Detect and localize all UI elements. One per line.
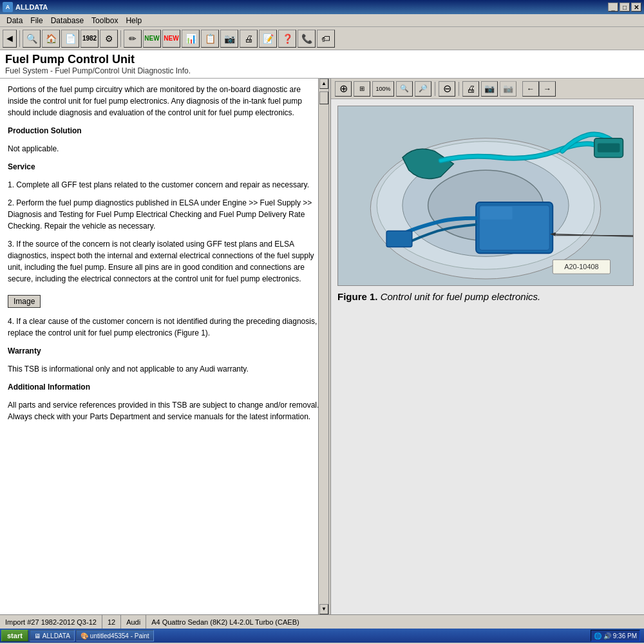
intro-text: Portions of the fuel pump circuitry whic… bbox=[8, 84, 321, 118]
taskbar-right: 🌐 🔊 9:36 PM bbox=[588, 630, 643, 641]
left-panel: Portions of the fuel pump circuitry whic… bbox=[0, 79, 328, 614]
taskbar-paint-label: untitled45354 - Paint bbox=[90, 632, 149, 639]
toolbar-btn-11[interactable]: 📷 bbox=[220, 30, 238, 48]
toolbar-btn-14[interactable]: ❓ bbox=[278, 30, 296, 48]
figure-caption-text: Control unit for fuel pump electronics. bbox=[381, 291, 540, 302]
service-label: Service bbox=[8, 161, 321, 173]
toolbar-btn-6[interactable]: ✏ bbox=[124, 30, 142, 48]
status-bar: Import #27 1982-2012 Q3-12 12 Audi A4 Qu… bbox=[0, 614, 644, 629]
start-button[interactable]: start bbox=[1, 630, 28, 641]
taskbar: start 🖥 ALLDATA 🎨 untitled45354 - Paint … bbox=[0, 629, 644, 643]
window-title: ALLDATA bbox=[15, 3, 48, 11]
warranty-text: This TSB is informational only and not a… bbox=[8, 363, 321, 375]
toolbar-btn-9[interactable]: 📊 bbox=[182, 30, 200, 48]
svg-rect-9 bbox=[480, 207, 513, 220]
window-controls[interactable]: _ □ ✕ bbox=[608, 3, 641, 12]
fuel-pump-diagram: A20-10408 1 1 1 bbox=[338, 106, 633, 285]
right-panel: ⊕ ⊞ 100% 🔍 🔎 ⊖ 🖨 📷 📷 ← → bbox=[331, 79, 644, 614]
image-toolbar: ⊕ ⊞ 100% 🔍 🔎 ⊖ 🖨 📷 📷 ← → bbox=[331, 79, 644, 99]
zoom-in-button[interactable]: ⊕ bbox=[335, 81, 352, 97]
figure-caption: Figure 1. Control unit for fuel pump ele… bbox=[337, 291, 638, 302]
figure-label: Figure 1. bbox=[337, 291, 378, 302]
back-button[interactable]: ◄ bbox=[3, 30, 17, 48]
toolbar-btn-13[interactable]: 📝 bbox=[259, 30, 277, 48]
additional-label: Additional Information bbox=[8, 381, 321, 393]
menu-bar: Data File Database Toolbox Help bbox=[0, 14, 644, 27]
volume-icon: 🔊 bbox=[603, 632, 611, 639]
system-tray: 🌐 🔊 9:36 PM bbox=[591, 630, 640, 641]
zoom-minus-button[interactable]: ⊖ bbox=[439, 81, 455, 97]
service-item-3: 3. If the source of the concern is not c… bbox=[8, 238, 321, 285]
service-item-1: 1. Complete all GFF test plans related t… bbox=[8, 179, 321, 191]
image-button[interactable]: Image bbox=[8, 291, 321, 312]
diagram-image: A20-10408 1 1 1 bbox=[337, 106, 634, 286]
toolbar-btn-16[interactable]: 🏷 bbox=[317, 30, 335, 48]
document-title: Fuel Pump Control Unit bbox=[5, 53, 639, 66]
main-toolbar: ◄ 🔍 🏠 📄 1982 ⚙ ✏ NEW NEW 📊 📋 📷 🖨 📝 ❓ 📞 🏷 bbox=[0, 27, 644, 50]
toolbar-btn-3[interactable]: 📄 bbox=[61, 30, 79, 48]
taskbar-paint-icon: 🎨 bbox=[80, 632, 88, 639]
image-btn[interactable]: Image bbox=[8, 295, 41, 308]
taskbar-alldata-icon: 🖥 bbox=[34, 632, 41, 639]
toolbar-btn-15[interactable]: 📞 bbox=[298, 30, 316, 48]
svg-text:A20-10408: A20-10408 bbox=[564, 263, 598, 270]
status-vehicle: A4 Quattro Sedan (8K2) L4-2.0L Turbo (CA… bbox=[146, 615, 644, 629]
diagram-container: A20-10408 1 1 1 bbox=[331, 99, 644, 614]
app-icon: A bbox=[3, 2, 13, 12]
toolbar-btn-1[interactable]: 🔍 bbox=[23, 30, 41, 48]
menu-data[interactable]: Data bbox=[3, 15, 26, 26]
toolbar-btn-2[interactable]: 🏠 bbox=[42, 30, 60, 48]
zoom-custom-button[interactable]: 🔍 bbox=[396, 81, 413, 97]
warranty-label: Warranty bbox=[8, 345, 321, 357]
nav-arrows: ← → bbox=[522, 81, 556, 97]
status-make: Audi bbox=[121, 615, 146, 629]
production-solution-label: Production Solution bbox=[8, 125, 321, 137]
scrollbar[interactable]: ▲ ▼ bbox=[318, 79, 328, 614]
main-content: Portions of the fuel pump circuitry whic… bbox=[0, 79, 644, 614]
toolbar-btn-7[interactable]: NEW bbox=[143, 30, 161, 48]
production-solution-text: Not applicable. bbox=[8, 143, 321, 155]
menu-database[interactable]: Database bbox=[47, 15, 88, 26]
prev-image-button[interactable]: ← bbox=[522, 81, 539, 97]
print-image-button[interactable]: 🖨 bbox=[462, 81, 479, 97]
document-subtitle: Fuel System - Fuel Pump/Control Unit Dia… bbox=[5, 66, 639, 75]
toolbar-btn-5[interactable]: ⚙ bbox=[100, 30, 118, 48]
status-page: 12 bbox=[102, 615, 121, 629]
camera-button-1[interactable]: 📷 bbox=[481, 81, 498, 97]
zoom-out-button[interactable]: 🔎 bbox=[415, 81, 431, 97]
menu-file[interactable]: File bbox=[26, 15, 46, 26]
camera-button-2[interactable]: 📷 bbox=[500, 81, 516, 97]
clock: 9:36 PM bbox=[613, 632, 637, 639]
toolbar-btn-10[interactable]: 📋 bbox=[201, 30, 219, 48]
document-title-area: Fuel Pump Control Unit Fuel System - Fue… bbox=[0, 50, 644, 79]
maximize-button[interactable]: □ bbox=[620, 3, 630, 12]
status-import: Import #27 1982-2012 Q3-12 bbox=[0, 615, 102, 629]
taskbar-app-alldata[interactable]: 🖥 ALLDATA bbox=[30, 630, 75, 641]
minimize-button[interactable]: _ bbox=[608, 3, 618, 12]
network-icon: 🌐 bbox=[594, 632, 601, 639]
menu-help[interactable]: Help bbox=[122, 15, 146, 26]
toolbar-btn-12[interactable]: 🖨 bbox=[240, 30, 258, 48]
service-item-4: 4. If a clear cause of the customer conc… bbox=[8, 316, 321, 339]
additional-text: All parts and service references provide… bbox=[8, 399, 321, 422]
toolbar-btn-8[interactable]: NEW bbox=[162, 30, 180, 48]
zoom-fit-button[interactable]: ⊞ bbox=[354, 81, 370, 97]
menu-toolbox[interactable]: Toolbox bbox=[88, 15, 122, 26]
taskbar-alldata-label: ALLDATA bbox=[43, 632, 70, 639]
zoom-100-button[interactable]: 100% bbox=[372, 81, 394, 97]
service-item-2: 2. Perform the fuel pump diagnostics pub… bbox=[8, 197, 321, 232]
taskbar-app-paint[interactable]: 🎨 untitled45354 - Paint bbox=[76, 630, 154, 641]
toolbar-btn-4[interactable]: 1982 bbox=[80, 30, 99, 48]
close-button[interactable]: ✕ bbox=[631, 3, 641, 12]
title-bar: A ALLDATA _ □ ✕ bbox=[0, 0, 644, 14]
next-image-button[interactable]: → bbox=[539, 81, 556, 97]
svg-rect-6 bbox=[598, 144, 620, 153]
svg-rect-10 bbox=[386, 231, 412, 247]
